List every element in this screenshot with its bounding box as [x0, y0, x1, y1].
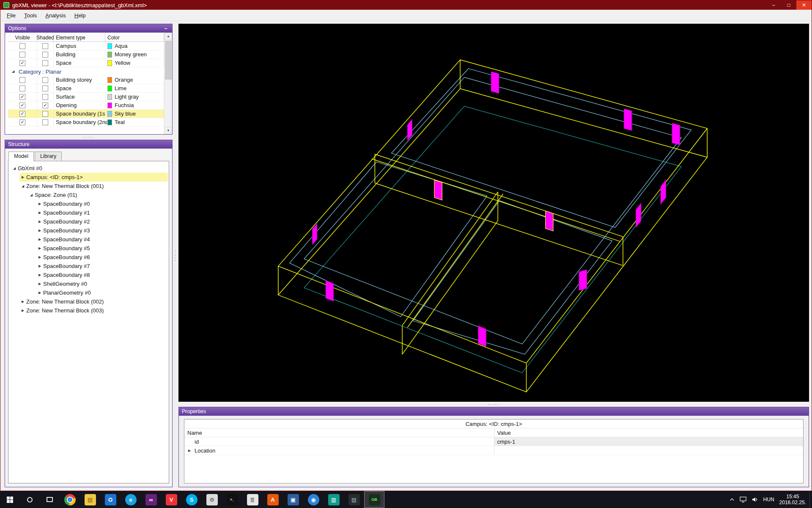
options-row-space-boundary-1st[interactable]: ✓Space boundary (1st)Sky blue: [8, 110, 164, 118]
taskbar-app-terminal[interactable]: >_: [222, 491, 242, 508]
options-row-building[interactable]: BuildingMoney green: [8, 50, 164, 59]
taskbar-app-file-manager-app[interactable]: ▥: [324, 491, 344, 508]
close-button[interactable]: ✕: [796, 0, 812, 10]
collapsed-arrow-icon[interactable]: ▶: [19, 176, 26, 179]
collapsed-arrow-icon[interactable]: ▶: [36, 291, 43, 295]
tree-item-zone-new-thermal-block-002[interactable]: ▶Zone: New Thermal Block (002): [19, 297, 168, 306]
properties-panel-header[interactable]: Properties: [179, 407, 809, 416]
expanded-arrow-icon[interactable]: ◢: [28, 193, 35, 197]
tree-item-spaceboundary-6[interactable]: ▶SpaceBoundary #6: [36, 253, 168, 262]
menu-item-analysis[interactable]: Analysis: [41, 11, 70, 20]
shaded-checkbox[interactable]: [42, 43, 48, 49]
column-header-color[interactable]: Color: [105, 33, 164, 42]
options-structure-splitter[interactable]: ·····: [5, 135, 173, 140]
options-row-building-storey[interactable]: Building storeyOrange: [8, 76, 164, 84]
shaded-checkbox[interactable]: [42, 94, 48, 100]
column-header-visible[interactable]: Visible: [8, 33, 37, 42]
maximize-button[interactable]: □: [781, 0, 796, 10]
collapsed-arrow-icon[interactable]: ▶: [19, 300, 26, 304]
tree-item-spaceboundary-2[interactable]: ▶SpaceBoundary #2: [36, 217, 168, 226]
taskbar-app-file-explorer[interactable]: ▤: [80, 491, 100, 508]
column-header-element-type[interactable]: Element type: [54, 33, 105, 42]
collapsed-arrow-icon[interactable]: ▶: [184, 446, 195, 455]
shaded-checkbox[interactable]: [42, 86, 48, 91]
tree-item-spaceboundary-7[interactable]: ▶SpaceBoundary #7: [36, 262, 168, 271]
menu-item-help[interactable]: Help: [70, 11, 90, 20]
options-row-opening[interactable]: ✓✓OpeningFuchsia: [8, 101, 164, 110]
shaded-checkbox[interactable]: [42, 52, 48, 58]
taskbar-app-visual-studio[interactable]: ∞: [141, 491, 161, 508]
visible-checkbox[interactable]: ✓: [19, 111, 25, 117]
options-row-surface[interactable]: ✓SurfaceLight gray: [8, 93, 164, 101]
collapsed-arrow-icon[interactable]: ▶: [36, 265, 43, 268]
visible-checkbox[interactable]: ✓: [19, 102, 25, 108]
tree-item-campus-id-cmps-1[interactable]: ▶Campus: <ID: cmps-1>: [19, 173, 168, 182]
tree-item-spaceboundary-8[interactable]: ▶SpaceBoundary #8: [36, 271, 168, 279]
options-row-space[interactable]: ✓SpaceYellow: [8, 59, 164, 67]
tree-item-spaceboundary-0[interactable]: ▶SpaceBoundary #0: [36, 199, 168, 208]
visible-checkbox[interactable]: ✓: [19, 60, 25, 66]
taskbar-app-edge[interactable]: e: [121, 491, 141, 508]
property-row-location[interactable]: ▶Location: [184, 446, 803, 455]
panel-viewport-splitter[interactable]: ·····: [173, 24, 178, 487]
tree-item-spaceboundary-4[interactable]: ▶SpaceBoundary #4: [36, 235, 168, 244]
expanded-arrow-icon[interactable]: ◢: [11, 167, 18, 170]
task-view-button[interactable]: [40, 491, 60, 508]
tree-item-planargeometry-0[interactable]: ▶PlanarGeometry #0: [36, 288, 168, 297]
expanded-arrow-icon[interactable]: ◢: [19, 185, 26, 188]
structure-panel-header[interactable]: Structure: [5, 140, 172, 149]
tab-model[interactable]: Model: [8, 152, 34, 161]
visible-checkbox[interactable]: ✓: [19, 94, 25, 100]
taskbar-app-chrome[interactable]: [60, 491, 80, 508]
visible-checkbox[interactable]: [19, 43, 25, 49]
tree-item-gbxml-0[interactable]: ◢GbXml #0: [11, 164, 168, 173]
tab-library[interactable]: Library: [35, 152, 62, 161]
options-scrollbar[interactable]: ▲ ▼: [164, 33, 172, 134]
tree-item-shellgeometry-0[interactable]: ▶ShellGeometry #0: [36, 279, 168, 288]
show-desktop-button[interactable]: [809, 491, 812, 508]
tree-item-zone-new-thermal-block-003[interactable]: ▶Zone: New Thermal Block (003): [19, 306, 168, 315]
column-header-value[interactable]: Value: [494, 428, 804, 437]
options-row-campus[interactable]: CampusAqua: [8, 42, 164, 50]
volume-icon[interactable]: [752, 497, 758, 502]
tree-item-zone-new-thermal-block-001[interactable]: ◢Zone: New Thermal Block (001): [19, 182, 168, 190]
visible-checkbox[interactable]: [19, 52, 25, 58]
taskbar-app-browser-app[interactable]: ◉: [303, 491, 324, 508]
options-category-row[interactable]: ◢Category : Planar: [8, 67, 164, 76]
scroll-down-icon[interactable]: ▼: [165, 127, 172, 134]
collapsed-arrow-icon[interactable]: ▶: [36, 273, 43, 277]
taskbar-app-backup-app[interactable]: ▣: [283, 491, 303, 508]
collapsed-arrow-icon[interactable]: ▶: [36, 238, 43, 241]
scrollbar-thumb[interactable]: [165, 41, 172, 80]
shaded-checkbox[interactable]: ✓: [42, 102, 48, 108]
scroll-up-icon[interactable]: ▲: [165, 33, 172, 40]
title-bar[interactable]: gbXML viewer - <I:\Publik\tesztmappa\tes…: [0, 0, 812, 10]
options-panel-header[interactable]: Options –: [5, 24, 172, 33]
collapsed-arrow-icon[interactable]: ▶: [36, 220, 43, 224]
tree-item-space-zone-01[interactable]: ◢Space: Zone (01): [28, 190, 168, 199]
minimize-button[interactable]: –: [766, 0, 781, 10]
collapsed-arrow-icon[interactable]: ▶: [36, 256, 43, 259]
taskbar-app-outlook[interactable]: O: [100, 491, 121, 508]
column-header-name[interactable]: Name: [184, 428, 494, 437]
column-header-shaded[interactable]: Shaded: [37, 33, 54, 42]
taskbar-app-vivaldi[interactable]: V: [161, 491, 181, 508]
shaded-checkbox[interactable]: [42, 111, 48, 117]
tree-item-spaceboundary-1[interactable]: ▶SpaceBoundary #1: [36, 208, 168, 217]
viewport-3d[interactable]: [178, 24, 809, 402]
tree-item-spaceboundary-5[interactable]: ▶SpaceBoundary #5: [36, 244, 168, 253]
taskbar-app-skype[interactable]: S: [181, 491, 202, 508]
collapse-panel-button[interactable]: –: [162, 25, 169, 31]
hidden-icons-chevron-icon[interactable]: [730, 497, 735, 502]
shaded-checkbox[interactable]: [42, 77, 48, 83]
visible-checkbox[interactable]: ✓: [19, 119, 25, 125]
visible-checkbox[interactable]: [19, 77, 25, 83]
taskbar-app-photos-app[interactable]: ▨: [344, 491, 364, 508]
collapsed-arrow-icon[interactable]: ▶: [36, 202, 43, 206]
taskbar-app-autodesk-app[interactable]: A: [263, 491, 283, 508]
options-row-space-boundary-2nd[interactable]: ✓Space boundary (2nd)Teal: [8, 118, 164, 127]
network-icon[interactable]: [740, 497, 746, 502]
property-row-id[interactable]: idcmps-1: [184, 437, 803, 446]
language-indicator[interactable]: HUN: [763, 497, 774, 502]
collapsed-arrow-icon[interactable]: ▶: [36, 211, 43, 215]
